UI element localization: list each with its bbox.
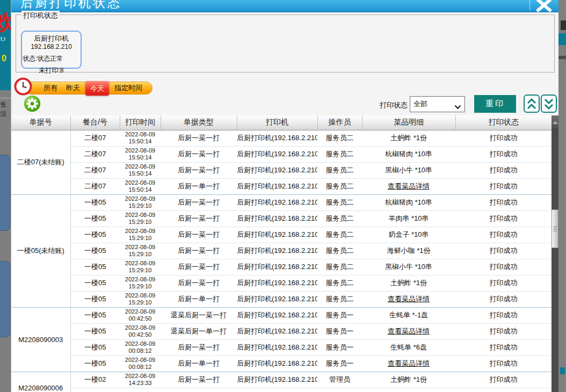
printer-cell [237, 388, 317, 392]
dish-detail-link-cell[interactable]: 查看菜品详情 [362, 178, 455, 194]
table-row[interactable]: 二楼07(未结账)二楼072022-08-0915:50:14后厨一菜一打后厨打… [11, 130, 552, 146]
gear-icon[interactable] [23, 95, 41, 113]
filter-item[interactable]: 所有 [39, 83, 62, 93]
table-row[interactable]: 一楼052022-08-0915:29:10后厨一单一打后厨打印机(192.16… [11, 291, 552, 307]
table-no-cell: 一楼05 [70, 275, 120, 291]
double-chevron-up-icon[interactable] [524, 95, 540, 113]
doc-type-cell: 后厨一菜一打 [161, 146, 237, 162]
printer-cell: 后厨打印机(192.168.2.210) [237, 307, 317, 323]
printer-cell: 后厨打印机(192.168.2.210) [237, 339, 317, 355]
operator-cell: 服务员二 [317, 146, 362, 162]
column-header: 打印时间 [120, 115, 161, 130]
print-time-cell: 2022-08-09 [120, 388, 161, 392]
table-row[interactable]: 一楼052022-08-0915:29:10后厨一菜一打后厨打印机(192.16… [11, 243, 552, 259]
doc-type-cell: 后厨一菜一打 [161, 372, 237, 388]
table-row[interactable]: 一楼052022-08-0915:29:10后厨一菜一打后厨打印机(192.16… [11, 227, 552, 243]
filter-item[interactable]: 昨天 [62, 83, 84, 93]
print-status-select[interactable]: 全部 [410, 96, 465, 112]
print-time-cell: 2022-08-0900:42:50 [120, 323, 161, 339]
dish-detail-link[interactable]: 查看菜品详情 [388, 295, 430, 303]
doc-type-cell: 后厨一菜一打 [161, 243, 237, 259]
background-left-strip: 欢 t.r 0 售活 [0, 0, 11, 392]
doc-type-cell: 后厨一菜一打 [161, 130, 237, 146]
printjobs-table-body: 二楼07(未结账)二楼072022-08-0915:50:14后厨一菜一打后厨打… [11, 130, 552, 392]
filter-item[interactable]: 指定时间 [110, 83, 147, 93]
table-row[interactable]: 二楼072022-08-0915:50:14后厨一菜一打后厨打印机(192.16… [11, 162, 552, 178]
background-table-button [0, 261, 10, 337]
dish-detail-cell: 土蚂蚱 *1份 [362, 372, 455, 388]
table-header-row: 单据号餐台/号打印时间单据类型打印机操作员菜品明细打印状态 [11, 115, 552, 130]
table-no-cell: 一楼05 [70, 194, 120, 210]
titlebar-separator [529, 0, 530, 10]
operator-cell: 服务员二 [317, 194, 362, 210]
column-header: 单据号 [11, 115, 70, 130]
column-header: 单据类型 [161, 115, 237, 130]
printer-cell: 后厨打印机(192.168.2.210) [237, 162, 317, 178]
operator-cell: 服务员二 [317, 243, 362, 259]
doc-type-cell: 后厨一菜一打 [161, 162, 237, 178]
table-row[interactable]: 一楼052022-08-0915:29:10后厨一菜一打后厨打印机(192.16… [11, 259, 552, 275]
dish-detail-link-cell[interactable]: 查看菜品详情 [362, 291, 455, 307]
table-row[interactable]: 一楼052022-08-0900:08:12后厨一单一打后厨打印机(192.16… [11, 355, 552, 372]
operator-cell: 服务员二 [317, 162, 362, 178]
print-status-cell: 打印成功 [455, 194, 552, 210]
table-row[interactable]: 一楼052022-08-0915:29:10后厨一菜一打后厨打印机(192.16… [11, 210, 552, 227]
table-row[interactable]: M2208090006一楼022022-08-0914:23:33后厨一菜一打后… [11, 372, 552, 388]
table-row[interactable]: 一楼052022-08-0900:42:50退菜后厨一单一打后厨打印机(192.… [11, 323, 552, 339]
filter-item-active[interactable]: 今天 [85, 81, 109, 96]
printer-cell: 后厨打印机(192.168.2.210) [237, 227, 317, 243]
table-row[interactable]: M2208090003一楼052022-08-0900:42:50退菜后厨一菜一… [11, 307, 552, 323]
table-row[interactable]: 2022-08-09 [11, 388, 552, 392]
print-time-cell: 2022-08-0915:29:10 [120, 291, 161, 307]
background-dark-line [558, 56, 566, 59]
operator-cell: 管理员 [317, 372, 362, 388]
column-header: 打印机 [237, 115, 317, 130]
order-no-cell: M2208090003 [11, 307, 70, 372]
table-no-cell [70, 388, 120, 392]
scrollbar-thumb[interactable] [552, 209, 558, 248]
printer-cell: 后厨打印机(192.168.2.210) [237, 243, 317, 259]
doc-type-cell: 后厨一菜一打 [161, 259, 237, 275]
dish-detail-link-cell[interactable]: 查看菜品详情 [362, 355, 455, 372]
table-row[interactable]: 一楼052022-08-0915:29:10后厨一菜一打后厨打印机(192.16… [11, 275, 552, 291]
printer-card[interactable]: 后厨打印机 192.168.2.210 状态:状态正常 未打印:8 [21, 31, 82, 69]
table-row[interactable]: 二楼072022-08-0915:50:14后厨一单一打后厨打印机(192.16… [11, 178, 552, 194]
print-time-cell: 2022-08-0915:29:10 [120, 210, 161, 227]
print-status-cell: 打印成功 [455, 243, 552, 259]
table-row[interactable]: 一楼052022-08-0900:08:12后厨一菜一打后厨打印机(192.16… [11, 339, 552, 355]
print-status-cell: 打印成功 [455, 259, 552, 275]
reprint-button[interactable]: 重印 [474, 95, 516, 113]
printer-cell: 后厨打印机(192.168.2.210) [237, 355, 317, 372]
vertical-scrollbar[interactable] [552, 115, 558, 392]
doc-type-cell: 后厨一菜一打 [161, 275, 237, 291]
dish-detail-link[interactable]: 查看菜品详情 [388, 182, 430, 190]
dish-detail-link-cell[interactable]: 查看菜品详情 [362, 323, 455, 339]
table-row[interactable]: 二楼072022-08-0915:50:14后厨一菜一打后厨打印机(192.16… [11, 146, 552, 162]
print-status-cell: 打印成功 [455, 178, 552, 194]
dish-detail-link[interactable]: 查看菜品详情 [388, 327, 430, 335]
double-chevron-down-icon[interactable] [541, 95, 557, 113]
column-header: 操作员 [317, 115, 362, 130]
table-no-cell: 二楼07 [70, 130, 120, 146]
operator-cell: 服务员二 [317, 275, 362, 291]
operator-cell: 服务员一 [317, 307, 362, 323]
dish-detail-link[interactable]: 查看菜品详情 [388, 359, 430, 367]
print-time-cell: 2022-08-0900:08:12 [120, 355, 161, 372]
table-no-cell: 一楼05 [70, 227, 120, 243]
print-time-cell: 2022-08-0915:29:10 [120, 243, 161, 259]
close-icon[interactable] [533, 0, 555, 12]
scroll-up-icon[interactable] [552, 115, 558, 129]
print-time-cell: 2022-08-0915:50:14 [120, 178, 161, 194]
background-app-header: 欢 t.r 0 [0, 0, 11, 90]
table-no-cell: 一楼05 [70, 323, 120, 339]
table-row[interactable]: 一楼05(未结账)一楼052022-08-0915:29:10后厨一菜一打后厨打… [11, 194, 552, 210]
print-status-cell: 打印成功 [455, 339, 552, 355]
print-status-cell: 打印成功 [455, 162, 552, 178]
printer-cell: 后厨打印机(192.168.2.210) [237, 194, 317, 210]
print-status-cell: 打印成功 [455, 275, 552, 291]
doc-type-cell: 后厨一菜一打 [161, 339, 237, 355]
background-small-icon [560, 367, 565, 374]
print-status-cell: 打印成功 [455, 130, 552, 146]
doc-type-cell: 后厨一菜一打 [161, 194, 237, 210]
print-time-cell: 2022-08-0915:50:14 [120, 146, 161, 162]
